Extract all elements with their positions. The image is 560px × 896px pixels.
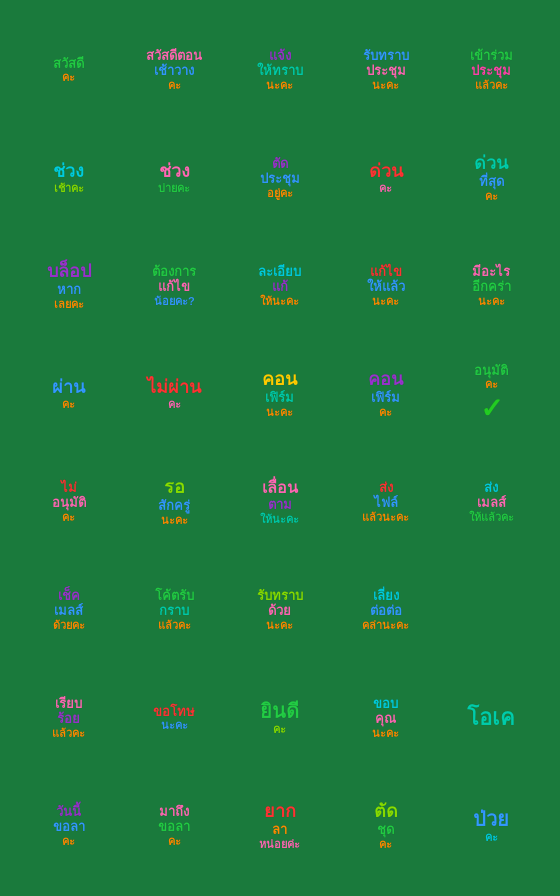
sticker-19: คอน เฟิร์ม คะ — [335, 342, 437, 446]
sticker-24-line3: แล้วนะคะ — [362, 511, 409, 524]
sticker-15-line1: มีอะไร — [472, 264, 511, 280]
sticker-25-line2: เมลส์ — [469, 495, 514, 511]
sticker-2-line3: คะ — [146, 79, 202, 92]
sticker-3-line3: นะคะ — [257, 79, 303, 92]
sticker-30-line1: เรียบ — [52, 696, 85, 712]
sticker-6: ช่วง เช้าคะ — [18, 126, 120, 230]
sticker-14: แก้ไข ให้แล้ว นะคะ — [335, 234, 437, 338]
sticker-7-line2: บ่ายคะ — [158, 182, 190, 195]
sticker-12-line1: ต้องการ — [152, 264, 196, 280]
sticker-24-line2: ไฟล์ — [362, 495, 409, 511]
sticker-8: ตัด ประชุม อยู่คะ — [229, 126, 331, 230]
sticker-29-line3: คล่านะคะ — [362, 619, 409, 632]
sticker-4: รับทราบ ประชุม นะคะ — [335, 18, 437, 122]
sticker-30-line2: ร้อย — [52, 711, 85, 727]
sticker-32-line1: ยินดี — [260, 699, 299, 723]
sticker-29: เลี่ยง ต่อต่อ คล่านะคะ — [335, 558, 437, 662]
sticker-27-line3: แล้วคะ — [155, 619, 194, 632]
sticker-2-line2: เช้าวาง — [146, 63, 202, 79]
sticker-4-line2: ประชุม — [363, 63, 409, 79]
sticker-37-line1: ยาก — [259, 801, 300, 823]
sticker-33-line1: ขอบ — [372, 696, 399, 712]
sticker-2: สวัสดีตอน เช้าวาง คะ — [124, 18, 226, 122]
sticker-21-line2: อนุมัติ — [52, 495, 86, 511]
sticker-14-line3: นะคะ — [367, 295, 405, 308]
sticker-25-line1: ส่ง — [469, 480, 514, 496]
sticker-7-line1: ช่วง — [158, 161, 190, 183]
sticker-1-line2: คะ — [53, 71, 84, 84]
sticker-6-line1: ช่วง — [53, 161, 84, 183]
sticker-4-line3: นะคะ — [363, 79, 409, 92]
sticker-15-line3: นะคะ — [472, 295, 511, 308]
sticker-26-line1: เช็ค — [53, 588, 85, 604]
sticker-26-line2: เมลส์ — [53, 603, 85, 619]
sticker-18-line1: คอน — [262, 369, 297, 391]
sticker-16-line2: คะ — [52, 398, 85, 411]
sticker-12: ต้องการ แก้ไข น้อยคะ? — [124, 234, 226, 338]
sticker-8-line1: ตัด — [260, 156, 300, 172]
sticker-9: ด่วน คะ — [335, 126, 437, 230]
sticker-27-line1: โค้ตรับ — [155, 588, 194, 604]
sticker-36: มาถึง ขอลา คะ — [124, 774, 226, 878]
sticker-empty-6 — [440, 558, 542, 662]
sticker-15-line2: อีกคร่า — [472, 279, 511, 295]
sticker-5-line2: ประชุม — [470, 63, 513, 79]
sticker-35-line3: คะ — [53, 835, 85, 848]
sticker-10: ด่วน ที่สุด คะ — [440, 126, 542, 230]
sticker-32-line2: คะ — [260, 723, 299, 736]
sticker-11: บล็อป หาก เลยคะ — [18, 234, 120, 338]
sticker-8-line3: อยู่คะ — [260, 187, 300, 200]
sticker-24-line1: ส่ง — [362, 480, 409, 496]
sticker-7: ช่วง บ่ายคะ — [124, 126, 226, 230]
sticker-22: รอ สักครู่ นะคะ — [124, 450, 226, 554]
sticker-1-line1: สวัสดี — [53, 56, 84, 72]
sticker-27-line2: กราบ — [155, 603, 194, 619]
sticker-4-line1: รับทราบ — [363, 48, 409, 64]
sticker-34: โอเค — [440, 666, 542, 770]
sticker-14-line2: ให้แล้ว — [367, 279, 405, 295]
sticker-34-line1: โอเค — [467, 705, 515, 731]
sticker-28-line2: ด้วย — [257, 603, 303, 619]
sticker-28-line3: นะคะ — [257, 619, 303, 632]
sticker-5-line3: แล้วคะ — [470, 79, 513, 92]
sticker-21-line3: คะ — [52, 511, 86, 524]
sticker-10-line2: ที่สุด — [474, 174, 508, 190]
sticker-20-checkmark: ✓ — [480, 393, 503, 424]
sticker-14-line1: แก้ไข — [367, 264, 405, 280]
sticker-25: ส่ง เมลส์ ให้แล้วคะ — [440, 450, 542, 554]
sticker-39-line1: ป่วย — [473, 807, 509, 831]
sticker-38: ตัด ชุด คะ — [335, 774, 437, 878]
sticker-11-line1: บล็อป — [47, 261, 91, 283]
sticker-1: สวัสดี คะ — [18, 18, 120, 122]
sticker-6-line2: เช้าคะ — [53, 182, 84, 195]
sticker-3-line1: แจ้ง — [257, 48, 303, 64]
sticker-38-line1: ตัด — [374, 801, 398, 823]
sticker-12-line3: น้อยคะ? — [152, 295, 196, 308]
sticker-21-line1: ไม่ — [52, 480, 86, 496]
sticker-8-line2: ประชุม — [260, 171, 300, 187]
sticker-20-line2: คะ — [474, 378, 508, 391]
sticker-37-line3: หน่อยค่ะ — [259, 838, 300, 851]
sticker-13: ละเอียบ แก้ ให้นะคะ — [229, 234, 331, 338]
sticker-16-line1: ผ่าน — [52, 377, 85, 399]
sticker-5: เข้าร่วม ประชุม แล้วคะ — [440, 18, 542, 122]
sticker-36-line3: คะ — [158, 835, 190, 848]
sticker-20-line1: อนุมัติ — [474, 363, 508, 379]
sticker-18: คอน เฟิร์ม นะคะ — [229, 342, 331, 446]
sticker-32: ยินดี คะ — [229, 666, 331, 770]
sticker-31: ขอโทษ นะคะ — [124, 666, 226, 770]
sticker-13-line1: ละเอียบ — [258, 264, 301, 280]
sticker-10-line3: คะ — [474, 190, 508, 203]
sticker-28-line1: รับทราบ — [257, 588, 303, 604]
sticker-19-line3: คะ — [368, 406, 403, 419]
sticker-5-line1: เข้าร่วม — [470, 48, 513, 64]
sticker-grid: สวัสดี คะ สวัสดีตอน เช้าวาง คะ แจ้ง ให้ท… — [10, 10, 550, 886]
sticker-19-line1: คอน — [368, 369, 403, 391]
sticker-26: เช็ค เมลส์ ด้วยคะ — [18, 558, 120, 662]
sticker-39-line2: คะ — [473, 831, 509, 844]
sticker-11-line3: เลยคะ — [47, 298, 91, 311]
sticker-29-line1: เลี่ยง — [362, 588, 409, 604]
sticker-22-line1: รอ — [158, 477, 190, 499]
sticker-31-line1: ขอโทษ — [153, 704, 195, 720]
sticker-33-line2: คุณ — [372, 711, 399, 727]
